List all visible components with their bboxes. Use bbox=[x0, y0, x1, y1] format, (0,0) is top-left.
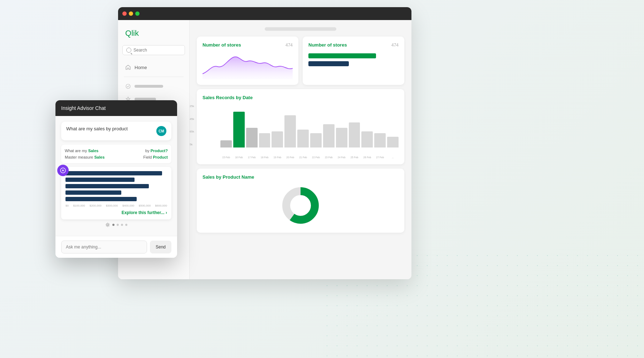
chat-title: Insight Advisor Chat bbox=[61, 105, 106, 111]
bar-label-12: 27 Feb bbox=[374, 156, 386, 159]
qlik-logo-lik: lik bbox=[131, 29, 139, 38]
dot-1[interactable] bbox=[112, 224, 114, 226]
dashboard-header bbox=[197, 27, 404, 31]
sales-product-card: Sales by Product Name bbox=[197, 169, 404, 233]
sales-records-chart-wrapper: $225k $145k $165k $85k $0 15 Feb16 Feb17… bbox=[203, 105, 399, 159]
stores-bar-value: 474 bbox=[391, 43, 399, 48]
suggestion-2-highlight-product: Product bbox=[153, 155, 168, 159]
sales-bar-1 bbox=[233, 112, 245, 147]
axis-500k: $500,000 bbox=[139, 204, 151, 207]
stores-bar-title: Number of stores bbox=[308, 42, 399, 48]
stores-area-card: Number of stores 474 bbox=[197, 37, 298, 85]
traffic-light-red[interactable] bbox=[122, 11, 127, 16]
svg-point-0 bbox=[126, 84, 130, 88]
sales-bar-13 bbox=[387, 137, 399, 147]
dot-4[interactable] bbox=[125, 224, 127, 226]
axis-600k: $600,000 bbox=[155, 204, 167, 207]
y-axis-labels: $225k $145k $165k $85k $0 bbox=[190, 105, 194, 159]
svg-point-3 bbox=[291, 195, 311, 216]
hbar-green bbox=[308, 53, 376, 58]
svg-point-4 bbox=[107, 224, 109, 226]
qlik-logo: Qlik bbox=[118, 26, 189, 45]
sales-bar-4 bbox=[272, 131, 283, 147]
chat-dots bbox=[61, 219, 171, 230]
bar-label-5: 20 Feb bbox=[284, 156, 296, 159]
search-icon bbox=[126, 48, 131, 53]
traffic-light-green[interactable] bbox=[135, 11, 140, 16]
chat-chart-result: $0 $100,000 $200,000 $300,000 $400,000 $… bbox=[61, 167, 171, 219]
chat-query-bubble: What are my sales by product CM bbox=[61, 122, 171, 140]
bar-label-3: 18 Feb bbox=[259, 156, 270, 159]
sales-bar-0 bbox=[220, 140, 232, 147]
donut-chart-svg bbox=[279, 184, 322, 227]
sales-bar-12 bbox=[374, 133, 386, 147]
explore-link-text: Explore this further... bbox=[122, 210, 165, 215]
dot-3[interactable] bbox=[121, 224, 123, 226]
sales-bar-9 bbox=[336, 128, 347, 147]
bar-label-13: ... bbox=[387, 156, 399, 159]
sidebar-item-check[interactable] bbox=[118, 80, 189, 93]
stores-area-chart bbox=[203, 50, 293, 79]
bar-label-10: 25 Feb bbox=[349, 156, 360, 159]
user-avatar: CM bbox=[156, 126, 166, 136]
suggestion-row-2[interactable]: Master measure Sales Field Product bbox=[65, 154, 168, 160]
sales-product-title: Sales by Product Name bbox=[203, 174, 399, 180]
axis-300k: $300,000 bbox=[106, 204, 118, 207]
axis-0: $0 bbox=[65, 204, 69, 207]
sales-bar-10 bbox=[349, 122, 360, 147]
chat-footer: Send bbox=[55, 236, 177, 258]
stores-hbar-chart bbox=[308, 53, 399, 66]
sidebar-search-box[interactable] bbox=[122, 45, 185, 55]
top-cards-row: Number of stores 474 bbox=[197, 37, 404, 85]
suggestion-rows: What are my Sales by Product? Master mea… bbox=[61, 145, 171, 163]
suggestion-2-right: Field Product bbox=[143, 155, 168, 159]
traffic-light-yellow[interactable] bbox=[129, 11, 133, 16]
hbar-navy bbox=[308, 61, 349, 66]
send-button[interactable]: Send bbox=[150, 241, 171, 253]
assistant-avatar bbox=[57, 165, 69, 176]
chat-header: Insight Advisor Chat bbox=[55, 100, 177, 116]
sales-bar-chart bbox=[220, 105, 399, 155]
sidebar-item-home[interactable]: Home bbox=[118, 61, 189, 74]
chat-axis-labels: $0 $100,000 $200,000 $300,000 $400,000 $… bbox=[65, 204, 167, 207]
sales-records-title: Sales Records by Date bbox=[203, 95, 399, 100]
dashboard-area: Number of stores 474 bbox=[190, 20, 411, 279]
chat-bar-0 bbox=[65, 171, 162, 175]
chat-body: What are my sales by product CM What are… bbox=[55, 116, 177, 236]
y-label-165: $165k bbox=[190, 130, 194, 133]
bar-label-2: 17 Feb bbox=[246, 156, 258, 159]
gear-small-icon bbox=[105, 222, 110, 227]
suggestion-1-right: by Product? bbox=[145, 149, 168, 153]
y-label-85: $85k bbox=[190, 143, 194, 146]
bar-label-11: 26 Feb bbox=[361, 156, 373, 159]
sales-bar-2 bbox=[246, 128, 258, 147]
explore-link[interactable]: Explore this further... › bbox=[65, 210, 167, 215]
y-label-225: $225k bbox=[190, 105, 194, 108]
y-label-145: $145k bbox=[190, 117, 194, 121]
sales-bar-8 bbox=[323, 124, 335, 147]
dot-2[interactable] bbox=[117, 224, 119, 226]
suggestion-row-1[interactable]: What are my Sales by Product? bbox=[65, 147, 168, 154]
browser-titlebar bbox=[118, 7, 411, 20]
bar-label-8: 23 Feb bbox=[323, 156, 335, 159]
donut-chart-container bbox=[203, 184, 399, 227]
axis-400k: $400,000 bbox=[122, 204, 134, 207]
chat-bar-3 bbox=[65, 190, 121, 195]
sales-records-card: Sales Records by Date $225k $145k $165k … bbox=[197, 89, 404, 164]
bar-label-0: 15 Feb bbox=[220, 156, 232, 159]
y-label-0: $0 bbox=[190, 155, 194, 159]
dropdown-bar[interactable] bbox=[265, 27, 336, 31]
bar-label-4: 19 Feb bbox=[272, 156, 283, 159]
chat-bar-4 bbox=[65, 197, 137, 201]
chat-query-text: What are my sales by product bbox=[66, 126, 128, 131]
sales-bar-7 bbox=[310, 133, 322, 147]
stores-area-title: Number of stores bbox=[203, 42, 293, 48]
bar-label-6: 21 Feb bbox=[297, 156, 309, 159]
chat-chart-bars bbox=[65, 171, 167, 201]
suggestion-1-left: What are my Sales bbox=[65, 149, 98, 153]
chat-input[interactable] bbox=[61, 241, 147, 253]
sales-bar-5 bbox=[284, 115, 296, 147]
sales-bar-11 bbox=[361, 131, 373, 147]
home-icon bbox=[125, 64, 131, 70]
search-input[interactable] bbox=[133, 48, 181, 53]
